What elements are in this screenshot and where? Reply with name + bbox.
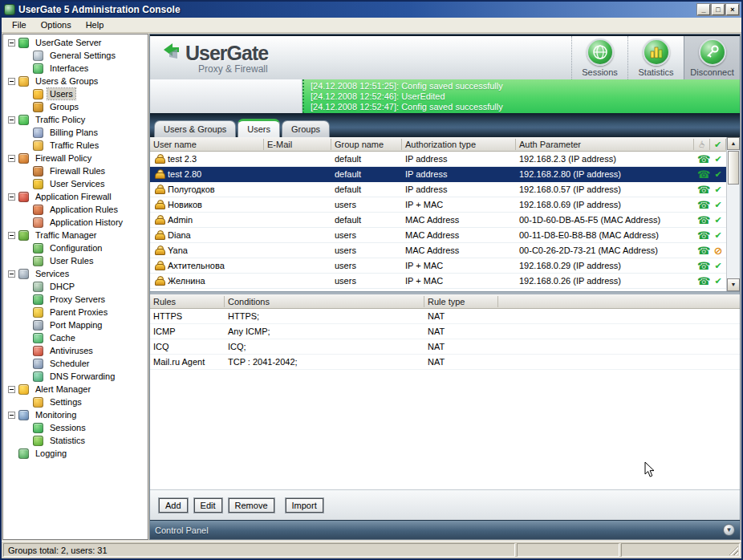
expander-icon[interactable] bbox=[8, 412, 15, 419]
expander-icon[interactable] bbox=[8, 39, 15, 47]
users-groups-icon bbox=[18, 76, 29, 87]
sidebar-item-usergate-server[interactable]: UserGate Server bbox=[3, 36, 148, 49]
column-header-auth-parameter[interactable]: Auth Parameter bbox=[516, 139, 694, 150]
sidebar-item-groups[interactable]: Groups bbox=[3, 100, 148, 113]
edit-button[interactable]: Edit bbox=[194, 498, 222, 513]
sidebar-item-users[interactable]: Users bbox=[3, 87, 148, 100]
user-authtype-cell: IP address bbox=[402, 169, 516, 179]
menu-item-help[interactable]: Help bbox=[79, 18, 112, 31]
sidebar-item-firewall-policy[interactable]: Firewall Policy bbox=[3, 152, 148, 164]
column-header-rule-type[interactable]: Rule type bbox=[424, 296, 498, 307]
expander-icon[interactable] bbox=[8, 232, 15, 239]
sidebar-item-user-rules[interactable]: User Rules bbox=[3, 254, 148, 267]
sidebar-item-logging[interactable]: Logging bbox=[3, 447, 148, 460]
rule-row-icq[interactable]: ICQICQ;NAT bbox=[150, 339, 740, 355]
scroll-up-icon[interactable]: ▲ bbox=[727, 137, 740, 150]
user-name: Желнина bbox=[168, 276, 205, 286]
sidebar-item-application-rules[interactable]: Application Rules bbox=[3, 203, 148, 216]
sidebar-item-monitoring[interactable]: Monitoring bbox=[3, 408, 148, 421]
sidebar-item-settings[interactable]: Settings bbox=[3, 396, 148, 408]
scrollbar-track[interactable] bbox=[727, 185, 740, 278]
sidebar-item-configuration[interactable]: Configuration bbox=[3, 241, 148, 254]
add-button[interactable]: Add bbox=[159, 498, 188, 513]
user-row-admin[interactable]: AdmindefaultMAC Address00-1D-60-DB-A5-F5… bbox=[150, 213, 740, 228]
control-panel-bar[interactable]: Control Panel ▼ bbox=[150, 520, 740, 539]
expander-icon[interactable] bbox=[8, 270, 15, 278]
sidebar-item-traffic-policy[interactable]: Traffic Policy bbox=[3, 113, 148, 126]
sidebar-item-dhcp[interactable]: DHCP bbox=[3, 280, 148, 293]
sidebar-item-antiviruses[interactable]: Antiviruses bbox=[3, 344, 148, 357]
sessions-button[interactable]: Sessions bbox=[571, 36, 627, 79]
sidebar-item-users-groups[interactable]: Users & Groups bbox=[3, 75, 148, 87]
sidebar-item-user-services[interactable]: User Services bbox=[3, 177, 148, 190]
hand-pointer-icon[interactable]: ☞ bbox=[694, 139, 710, 150]
user-row-полугодков[interactable]: ПолугодковdefaultIP address192.168.0.57 … bbox=[150, 182, 740, 197]
expander-icon[interactable] bbox=[8, 78, 15, 85]
rule-row-https[interactable]: HTTPSHTTPS;NAT bbox=[150, 309, 740, 324]
sidebar-item-alert-manager[interactable]: Alert Manager bbox=[3, 383, 148, 396]
sidebar-item-firewall-rules[interactable]: Firewall Rules bbox=[3, 164, 148, 177]
sidebar-item-application-history[interactable]: Application History bbox=[3, 216, 148, 229]
sidebar-item-traffic-manager[interactable]: Traffic Manager bbox=[3, 229, 148, 241]
minimize-button[interactable]: _ bbox=[697, 4, 710, 15]
sidebar-item-interfaces[interactable]: Interfaces bbox=[3, 62, 148, 75]
import-button[interactable]: Import bbox=[286, 498, 323, 513]
logo-arrow-icon bbox=[163, 43, 184, 63]
column-header-user-name[interactable]: User name bbox=[150, 139, 264, 150]
tab-groups[interactable]: Groups bbox=[282, 120, 330, 137]
disconnect-button[interactable]: Disconnect bbox=[684, 36, 740, 79]
sidebar-item-billing-plans[interactable]: Billing Plans bbox=[3, 126, 148, 139]
sidebar-item-scheduler[interactable]: Scheduler bbox=[3, 357, 148, 370]
resize-grip[interactable] bbox=[729, 546, 738, 555]
user-row-test-2-3[interactable]: test 2.3defaultIP address192.168.2.3 (IP… bbox=[150, 152, 740, 167]
expander-icon[interactable] bbox=[8, 193, 15, 201]
scroll-down-icon[interactable]: ▼ bbox=[727, 278, 740, 291]
sidebar-item-statistics[interactable]: Statistics bbox=[3, 434, 148, 447]
sidebar-item-label: Antiviruses bbox=[47, 345, 95, 356]
sidebar-item-label: Interfaces bbox=[47, 63, 91, 74]
user-row-желнина[interactable]: ЖелнинаusersIP + MAC192.168.0.26 (IP add… bbox=[150, 274, 740, 289]
check-icon: ✔ bbox=[710, 276, 726, 286]
sidebar-item-parent-proxies[interactable]: Parent Proxies bbox=[3, 306, 148, 319]
statistics-button[interactable]: Statistics bbox=[627, 36, 684, 79]
collapse-chevron-icon[interactable]: ▼ bbox=[723, 524, 735, 536]
general-settings-icon bbox=[33, 51, 43, 61]
sidebar-item-dns-forwarding[interactable]: DNS Forwarding bbox=[3, 370, 148, 383]
sidebar-item-proxy-servers[interactable]: Proxy Servers bbox=[3, 293, 148, 306]
rule-row-icmp[interactable]: ICMPAny ICMP;NAT bbox=[150, 324, 740, 339]
vertical-scrollbar[interactable]: ▲ ▼ bbox=[726, 137, 740, 291]
check-icon[interactable]: ✔ bbox=[710, 139, 726, 150]
sidebar-item-services[interactable]: Services bbox=[3, 267, 148, 280]
sidebar-item-general-settings[interactable]: General Settings bbox=[3, 49, 148, 62]
expander-icon[interactable] bbox=[8, 116, 15, 124]
remove-button[interactable]: Remove bbox=[229, 498, 274, 513]
sidebar-item-label: Traffic Policy bbox=[33, 114, 87, 125]
user-row-yana[interactable]: YanausersMAC Address00-C0-26-2D-73-21 (M… bbox=[150, 243, 740, 258]
sidebar-item-sessions[interactable]: Sessions bbox=[3, 421, 148, 434]
tab-users-groups[interactable]: Users & Groups bbox=[154, 120, 236, 137]
sidebar-item-application-firewall[interactable]: Application Firewall bbox=[3, 190, 148, 203]
maximize-button[interactable]: □ bbox=[712, 4, 725, 15]
column-header-conditions[interactable]: Conditions bbox=[225, 296, 424, 307]
user-row-новиков[interactable]: НовиковusersIP + MAC192.168.0.69 (IP add… bbox=[150, 197, 740, 213]
interfaces-icon bbox=[33, 63, 43, 74]
rule-row-mail-ru-agent[interactable]: Mail.ru AgentTCP : 2041-2042;NAT bbox=[150, 355, 740, 370]
column-header-rules[interactable]: Rules bbox=[150, 296, 225, 307]
column-header-group-name[interactable]: Group name bbox=[331, 139, 402, 150]
tab-users[interactable]: Users bbox=[238, 119, 280, 137]
menu-item-options[interactable]: Options bbox=[34, 18, 79, 31]
sidebar-item-port-mapping[interactable]: Port Mapping bbox=[3, 319, 148, 331]
expander-icon[interactable] bbox=[8, 155, 15, 162]
scrollbar-thumb[interactable] bbox=[728, 151, 739, 185]
user-row-diana[interactable]: DianausersMAC Address00-11-D8-E0-B8-B8 (… bbox=[150, 228, 740, 243]
menu-item-file[interactable]: File bbox=[5, 18, 34, 31]
expander-icon[interactable] bbox=[8, 386, 15, 393]
sidebar-item-traffic-rules[interactable]: Traffic Rules bbox=[3, 139, 148, 152]
parent-proxies-icon bbox=[33, 307, 43, 318]
close-button[interactable]: × bbox=[726, 4, 739, 15]
user-row-test-2-80[interactable]: test 2.80defaultIP address192.168.2.80 (… bbox=[150, 167, 740, 182]
column-header-e-mail[interactable]: E-Mail bbox=[264, 139, 331, 150]
user-row-ахтительнова[interactable]: АхтительноваusersIP + MAC192.168.0.29 (I… bbox=[150, 258, 740, 274]
sidebar-item-cache[interactable]: Cache bbox=[3, 331, 148, 344]
column-header-authorization-type[interactable]: Authorization type bbox=[402, 139, 516, 150]
